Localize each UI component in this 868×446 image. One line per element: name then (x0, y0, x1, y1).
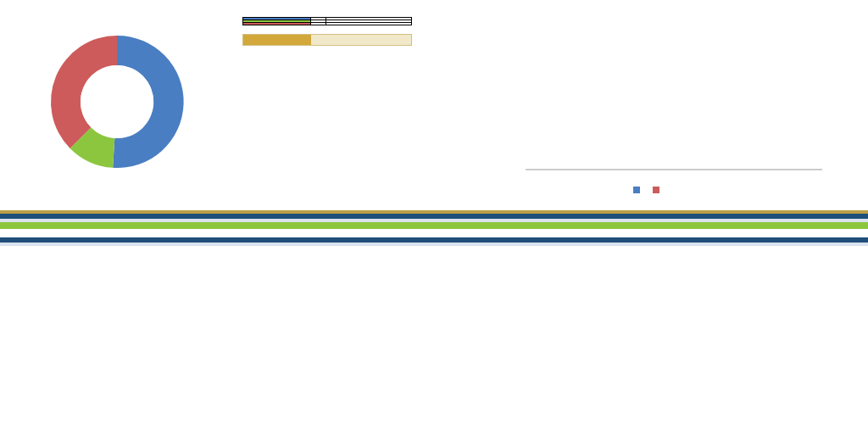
donut-chart (7, 8, 227, 195)
stacked-bar-chart (427, 8, 861, 195)
bar-legend (427, 185, 861, 195)
potential-label (243, 35, 311, 45)
income-total-row (0, 222, 868, 229)
potential-to-save (242, 34, 412, 46)
summary-expenses-value (326, 23, 412, 25)
summary-panel (0, 0, 868, 210)
summary-block (242, 15, 412, 46)
svg-point-0 (81, 65, 153, 138)
months-header (0, 210, 868, 214)
summary-table (242, 17, 412, 25)
summary-expenses-label (243, 23, 311, 25)
